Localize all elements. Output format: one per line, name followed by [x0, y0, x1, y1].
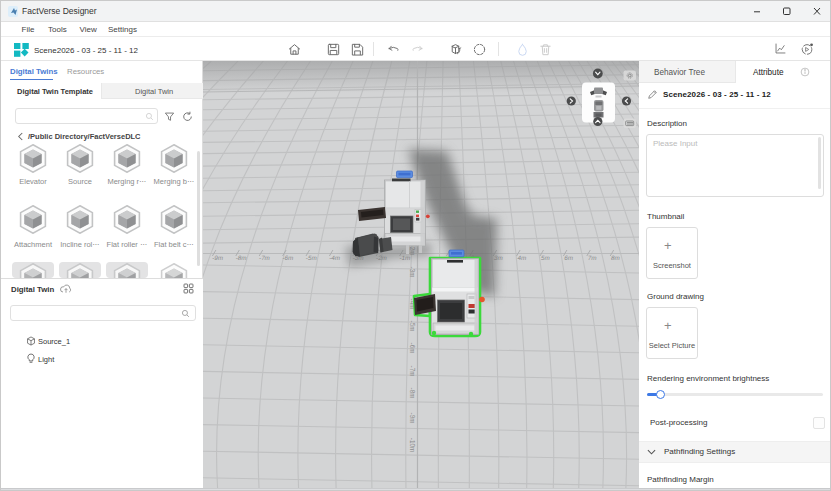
svg-text:-8m: -8m — [409, 388, 416, 399]
svg-text:-5m: -5m — [409, 321, 416, 332]
svg-text:-7m: -7m — [259, 254, 271, 261]
svg-text:-4m: -4m — [329, 254, 341, 261]
svg-text:5m: 5m — [540, 254, 550, 261]
svg-text:-8m: -8m — [235, 254, 247, 261]
svg-text:6m: 6m — [564, 254, 574, 261]
svg-text:-10m: -10m — [409, 438, 416, 452]
svg-text:-3m: -3m — [409, 267, 416, 278]
svg-text:-7m: -7m — [409, 366, 416, 377]
svg-text:-9m: -9m — [409, 413, 416, 424]
svg-text:8m: 8m — [611, 254, 621, 261]
svg-text:4m: 4m — [517, 254, 527, 261]
svg-text:-9m: -9m — [212, 254, 224, 261]
svg-text:-6m: -6m — [409, 343, 416, 354]
svg-text:7m: 7m — [587, 254, 597, 261]
svg-text:-5m: -5m — [305, 254, 317, 261]
svg-text:-6m: -6m — [282, 254, 294, 261]
